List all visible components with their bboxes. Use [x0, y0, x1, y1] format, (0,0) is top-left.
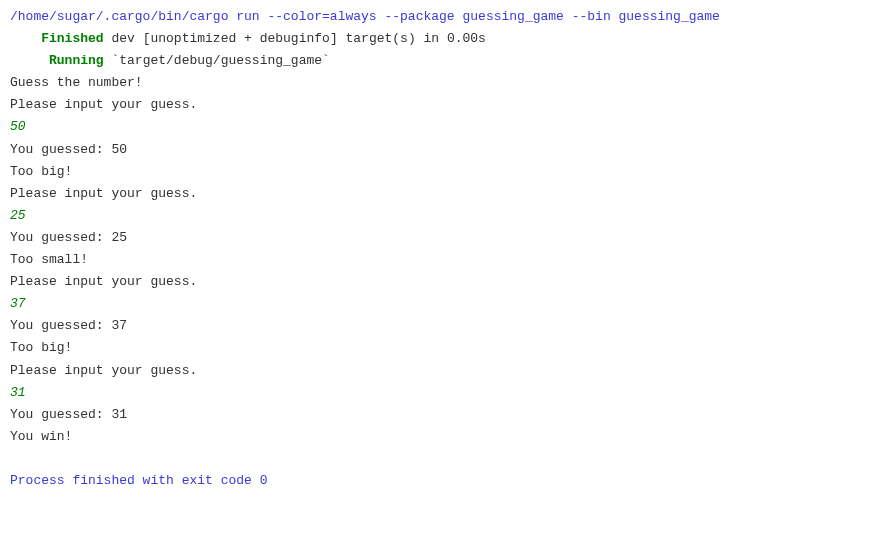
user-input-2: 25 — [10, 205, 877, 227]
running-text: `target/debug/guessing_game` — [104, 53, 330, 68]
command-line: /home/sugar/.cargo/bin/cargo run --color… — [10, 6, 877, 28]
output-prompt-1: Please input your guess. — [10, 94, 877, 116]
output-prompt-2: Please input your guess. — [10, 183, 877, 205]
finished-text: dev [unoptimized + debuginfo] target(s) … — [104, 31, 486, 46]
blank-line — [10, 448, 877, 470]
output-result-2: Too small! — [10, 249, 877, 271]
user-input-3: 37 — [10, 293, 877, 315]
output-guessed-2: You guessed: 25 — [10, 227, 877, 249]
output-guessed-1: You guessed: 50 — [10, 139, 877, 161]
output-guessed-3: You guessed: 37 — [10, 315, 877, 337]
output-prompt-4: Please input your guess. — [10, 360, 877, 382]
output-guessed-4: You guessed: 31 — [10, 404, 877, 426]
finished-label: Finished — [41, 31, 103, 46]
exit-message: Process finished with exit code 0 — [10, 470, 877, 492]
running-line: Running `target/debug/guessing_game` — [10, 50, 877, 72]
user-input-1: 50 — [10, 116, 877, 138]
output-prompt-3: Please input your guess. — [10, 271, 877, 293]
output-result-4: You win! — [10, 426, 877, 448]
output-intro: Guess the number! — [10, 72, 877, 94]
output-result-1: Too big! — [10, 161, 877, 183]
finished-line: Finished dev [unoptimized + debuginfo] t… — [10, 28, 877, 50]
running-indent — [10, 53, 49, 68]
output-result-3: Too big! — [10, 337, 877, 359]
running-label: Running — [49, 53, 104, 68]
finished-indent — [10, 31, 41, 46]
user-input-4: 31 — [10, 382, 877, 404]
